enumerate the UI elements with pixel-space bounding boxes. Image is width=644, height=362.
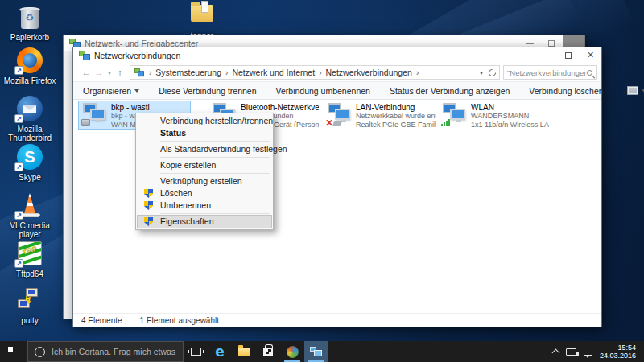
windows-logo-icon xyxy=(8,347,19,357)
taskbar-clock[interactable]: 15:54 24.03.2016 xyxy=(600,343,639,360)
shortcut-arrow-icon: ↗ xyxy=(14,259,23,268)
delete-connection-button[interactable]: Verbindung löschen xyxy=(529,86,603,96)
desktop-icon-firefox[interactable]: ↗ Mozilla Firefox xyxy=(0,47,60,85)
cortana-icon xyxy=(35,347,45,357)
menu-item-rename[interactable]: Umbenennen xyxy=(138,200,271,212)
items-count: 4 Elemente xyxy=(81,316,122,325)
back-button[interactable]: ← xyxy=(80,68,93,77)
menu-separator xyxy=(160,157,270,158)
recent-pages-dropdown-icon[interactable]: ▾ xyxy=(105,69,114,76)
taskbar-network-connections-button[interactable] xyxy=(304,341,328,362)
disconnect-connection-button[interactable]: Diese Verbindung trennen xyxy=(159,86,256,96)
search-box[interactable]: "Netzwerkverbindungen" dur... xyxy=(503,65,597,80)
taskbar-browser-app-button[interactable] xyxy=(280,341,304,362)
network-window-icon xyxy=(79,51,90,60)
breadcrumb-segment[interactable]: Netzwerk und Internet xyxy=(232,68,315,77)
change-view-button[interactable] xyxy=(627,86,644,95)
menu-item-set-default-connection[interactable]: Als Standardverbindung festlegen xyxy=(138,143,271,155)
desktop-icon-putty[interactable]: ↯ putty xyxy=(0,286,60,325)
shortcut-arrow-icon: ↗ xyxy=(14,114,23,123)
desktop-icon-label: Mozilla Thunderbird xyxy=(0,125,60,142)
command-toolbar: Organisieren Diese Verbindung trennen Ve… xyxy=(73,82,601,100)
thunderbird-icon: ↗ xyxy=(16,95,43,122)
file-explorer-icon xyxy=(238,348,250,356)
connection-status-button[interactable]: Status der Verbindung anzeigen xyxy=(390,86,510,96)
breadcrumb[interactable]: › Systemsteuerung › Netzwerk und Interne… xyxy=(130,65,500,80)
desktop-icon-papierkorb[interactable]: ♻ Papierkorb xyxy=(0,3,60,42)
task-view-button[interactable] xyxy=(184,341,208,362)
menu-item-create-copy[interactable]: Kopie erstellen xyxy=(138,159,271,171)
task-view-icon xyxy=(191,348,201,356)
desktop-icon-skype[interactable]: S↗ Skype xyxy=(0,143,60,182)
menu-separator xyxy=(160,213,270,214)
window-titlebar[interactable]: Netzwerkverbindungen ✕ xyxy=(73,47,601,64)
disconnected-x-icon: ✕ xyxy=(325,118,333,128)
connection-item-wlan[interactable]: WLAN WANDERSMANN 1x1 11b/g/n Wireless LA… xyxy=(439,101,551,129)
clock-date: 24.03.2016 xyxy=(600,352,636,360)
shortcut-arrow-icon: ↗ xyxy=(14,66,23,75)
desktop-icon-label: Mozilla Firefox xyxy=(0,76,60,85)
shortcut-arrow-icon: ↗ xyxy=(14,162,23,171)
breadcrumb-separator-icon: › xyxy=(225,68,228,77)
taskbar-store-button[interactable] xyxy=(256,341,280,362)
connection-name: Bluetooth-Netzwerkverbindung xyxy=(241,103,319,112)
breadcrumb-segment[interactable]: Netzwerkverbindungen xyxy=(325,68,411,77)
desktop-icon-thunderbird[interactable]: ↗ Mozilla Thunderbird xyxy=(0,95,60,142)
clock-time: 15:54 xyxy=(600,343,636,352)
desktop-icon-tftpd64[interactable]: TFtP↗ Tftpd64 xyxy=(0,240,60,278)
desktop: ♻ Papierkorb ↗ Mozilla Firefox ↗ Mozilla… xyxy=(0,0,644,362)
context-menu: Verbindung herstellen/trennen Status Als… xyxy=(135,113,274,230)
connection-device: 1x1 11b/g/n Wireless LAN PCI Exp... xyxy=(471,121,549,128)
edge-icon: e xyxy=(215,345,225,359)
up-button[interactable]: ↑ xyxy=(114,68,126,77)
menu-item-status[interactable]: Status xyxy=(138,127,271,139)
taskbar-file-explorer-button[interactable] xyxy=(232,341,256,362)
dialup-connection-icon xyxy=(81,103,108,126)
rename-connection-button[interactable]: Verbindung umbenennen xyxy=(276,86,370,96)
shortcut-arrow-icon: ↗ xyxy=(14,211,23,220)
connection-item-lan[interactable]: ✕ LAN-Verbindung Netzwerkkabel wurde ent… xyxy=(324,101,438,129)
minimize-button[interactable] xyxy=(536,47,558,64)
wifi-signal-icon xyxy=(441,119,450,126)
menu-item-create-shortcut[interactable]: Verknüpfung erstellen xyxy=(138,175,271,187)
taskbar-edge-button[interactable]: e xyxy=(208,341,232,362)
organize-menu-button[interactable]: Organisieren xyxy=(83,86,139,96)
start-button[interactable] xyxy=(0,341,27,362)
close-button[interactable]: ✕ xyxy=(580,47,601,64)
breadcrumb-separator-icon: › xyxy=(416,68,419,77)
connection-status: Netzwerkkabel wurde entfernt xyxy=(356,112,436,121)
recycle-bin-icon: ♻ xyxy=(16,3,43,31)
action-center-icon[interactable] xyxy=(584,348,592,356)
globe-app-icon xyxy=(287,346,299,358)
forward-button[interactable]: → xyxy=(93,68,105,77)
desktop-icon-label: Skype xyxy=(0,173,60,182)
search-icon xyxy=(587,70,592,76)
desktop-icon-vlc[interactable]: ↗ VLC media player xyxy=(0,191,60,239)
maximize-button[interactable] xyxy=(558,47,580,64)
breadcrumb-separator-icon: › xyxy=(319,68,321,77)
cortana-search-box[interactable]: Ich bin Cortana. Frag mich etwas. xyxy=(27,341,184,362)
network-tray-icon[interactable] xyxy=(566,348,576,356)
breadcrumb-separator-icon: › xyxy=(149,68,151,77)
address-dropdown-icon[interactable]: ▾ xyxy=(480,69,483,76)
adapter-overlay-icon xyxy=(332,121,342,126)
connection-device: Realtek PCIe GBE Family Controller xyxy=(356,121,436,128)
folder-icon xyxy=(188,2,216,29)
selected-count: 1 Element ausgewählt xyxy=(140,316,219,325)
connection-name: bkp - wastl xyxy=(111,103,150,112)
breadcrumb-segment[interactable]: Systemsteuerung xyxy=(155,68,221,77)
desktop-icon-label: Papierkorb xyxy=(0,33,60,42)
menu-item-connect-disconnect[interactable]: Verbindung herstellen/trennen xyxy=(138,115,271,127)
search-input[interactable]: "Netzwerkverbindungen" dur... xyxy=(507,68,587,77)
refresh-icon[interactable] xyxy=(487,68,497,78)
connection-name: WLAN xyxy=(471,103,549,112)
lan-connection-icon: ✕ xyxy=(326,103,353,126)
uac-shield-icon xyxy=(144,201,153,210)
desktop-icon-label: Tftpd64 xyxy=(0,269,60,278)
tray-chevron-up-icon[interactable] xyxy=(552,349,560,357)
desktop-icon-label: putty xyxy=(0,316,60,325)
menu-item-properties[interactable]: Eigenschaften xyxy=(138,216,271,228)
connection-name: LAN-Verbindung xyxy=(356,103,436,112)
vlc-icon: ↗ xyxy=(16,191,43,219)
menu-item-delete[interactable]: Löschen xyxy=(138,187,271,200)
